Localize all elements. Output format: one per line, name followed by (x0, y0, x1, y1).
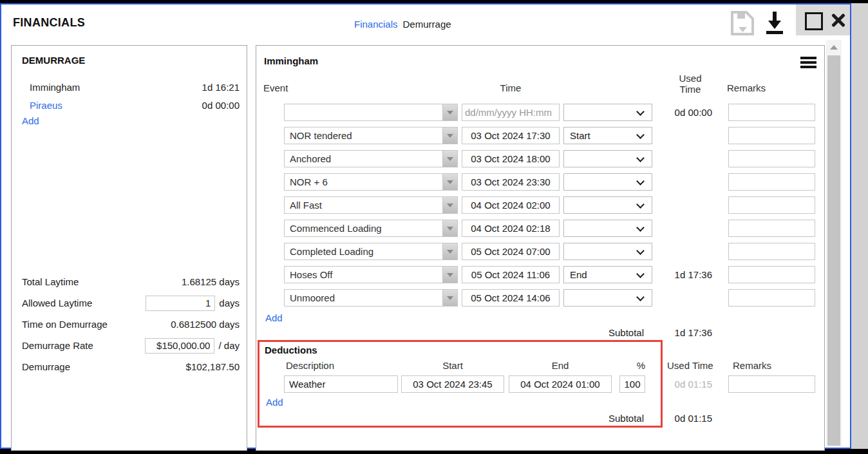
event-time-input[interactable] (462, 127, 560, 144)
save-button[interactable] (730, 10, 755, 39)
event-combobox[interactable] (284, 127, 458, 144)
deduction-description-input[interactable] (284, 375, 398, 393)
used-time-value: 1d 17:36 (643, 269, 712, 280)
event-time-input[interactable] (462, 243, 560, 260)
event-time-input[interactable] (462, 173, 560, 191)
start-end-select[interactable] (563, 243, 652, 260)
download-button[interactable] (763, 10, 786, 37)
dropdown-button[interactable] (442, 174, 457, 190)
deduction-used-time-header: Used Time (667, 360, 713, 371)
dropdown-arrow-icon (447, 227, 453, 231)
event-input[interactable] (285, 128, 443, 144)
start-end-select[interactable]: End (563, 266, 652, 283)
dropdown-arrow-icon (447, 134, 453, 138)
dropdown-button[interactable] (442, 220, 457, 236)
deduction-end-input[interactable] (509, 375, 612, 393)
demurrage-total-label: Demurrage (22, 361, 70, 372)
event-row: Start (256, 127, 824, 144)
dropdown-button[interactable] (442, 128, 457, 144)
event-input[interactable] (285, 151, 443, 167)
maximize-button[interactable] (805, 12, 823, 30)
event-combobox[interactable] (284, 150, 458, 167)
event-input[interactable] (285, 290, 443, 306)
event-input[interactable] (285, 104, 443, 120)
deduction-remarks-input[interactable] (728, 375, 815, 393)
menu-icon[interactable] (800, 57, 816, 70)
vertical-scrollbar[interactable] (826, 40, 842, 447)
remarks-input[interactable] (728, 127, 815, 144)
close-button[interactable] (829, 11, 847, 29)
event-combobox[interactable] (284, 289, 458, 307)
add-deduction-link[interactable]: Add (266, 397, 283, 408)
dropdown-button[interactable] (442, 151, 457, 167)
dropdown-arrow-icon (447, 180, 453, 184)
add-event-link[interactable]: Add (265, 312, 283, 323)
remarks-input[interactable] (728, 196, 815, 214)
demurrage-summary-panel: DEMURRAGE Immingham 1d 16:21 Piraeus 0d … (11, 45, 247, 451)
deduction-start-input[interactable] (401, 375, 504, 393)
event-combobox[interactable] (284, 173, 458, 191)
event-row (256, 243, 824, 260)
time-on-demurrage-label: Time on Demurrage (22, 319, 108, 330)
breadcrumb: FinancialsDemurrage (354, 19, 451, 30)
deduction-end-header: End (509, 360, 612, 371)
event-row: End 1d 17:36 (256, 266, 824, 283)
event-time-input[interactable] (462, 150, 560, 167)
event-combobox[interactable] (284, 220, 458, 237)
demurrage-total-value: $102,187.50 (186, 361, 240, 372)
port-row-piraeus[interactable]: Piraeus 0d 00:00 (12, 96, 247, 114)
remarks-input[interactable] (728, 220, 815, 237)
deduction-percent-input[interactable] (619, 375, 645, 393)
event-combobox[interactable] (284, 243, 458, 260)
event-time-input[interactable] (462, 266, 560, 283)
event-input[interactable] (285, 197, 443, 213)
demurrage-rate-input[interactable] (145, 338, 214, 354)
event-row (256, 220, 824, 237)
port-row-immingham[interactable]: Immingham 1d 16:21 (12, 78, 247, 96)
event-row: 0d 00:00 (256, 104, 824, 121)
allowed-laytime-row: Allowed Laytime days (12, 292, 247, 314)
event-time-input[interactable] (462, 220, 560, 237)
start-end-select[interactable] (563, 150, 652, 167)
dropdown-button[interactable] (442, 290, 457, 306)
port-link-immingham[interactable]: Immingham (30, 82, 80, 93)
event-input[interactable] (285, 267, 443, 283)
event-combobox[interactable] (284, 196, 458, 214)
start-end-select[interactable] (563, 173, 652, 191)
port-link-piraeus[interactable]: Piraeus (30, 100, 62, 111)
allowed-laytime-input[interactable] (146, 296, 215, 311)
event-input[interactable] (285, 243, 443, 260)
start-end-select[interactable] (563, 196, 652, 214)
remarks-input[interactable] (728, 266, 815, 283)
event-combobox[interactable] (284, 266, 458, 283)
dropdown-button[interactable] (442, 243, 457, 260)
start-end-select[interactable] (563, 104, 652, 121)
demurrage-rate-label: Demurrage Rate (22, 340, 93, 351)
event-input[interactable] (285, 220, 443, 236)
dropdown-button[interactable] (442, 197, 457, 213)
start-end-select[interactable] (563, 220, 652, 237)
remarks-input[interactable] (728, 173, 815, 191)
breadcrumb-financials-link[interactable]: Financials (354, 19, 398, 30)
remarks-input[interactable] (728, 104, 815, 121)
event-input[interactable] (285, 174, 443, 190)
dropdown-arrow-icon (447, 111, 453, 115)
dropdown-button[interactable] (442, 267, 457, 283)
remarks-input[interactable] (728, 243, 815, 260)
used-time-column-header: Used Time (666, 73, 715, 95)
dropdown-button[interactable] (442, 104, 457, 120)
start-end-select[interactable]: Start (563, 127, 652, 144)
remarks-input[interactable] (728, 150, 815, 167)
demurrage-rate-unit: / day (218, 340, 240, 351)
remarks-input[interactable] (728, 289, 815, 307)
add-port-link[interactable]: Add (22, 115, 39, 126)
scroll-up-button[interactable] (826, 40, 842, 54)
event-time-input[interactable] (462, 289, 560, 307)
event-combobox[interactable] (284, 104, 458, 121)
event-time-input[interactable] (462, 104, 560, 121)
event-time-input[interactable] (462, 196, 560, 214)
deduction-start-header: Start (401, 360, 504, 371)
events-subtotal-label: Subtotal (565, 327, 644, 338)
scrollbar-thumb[interactable] (827, 55, 840, 446)
start-end-select[interactable] (563, 289, 652, 307)
